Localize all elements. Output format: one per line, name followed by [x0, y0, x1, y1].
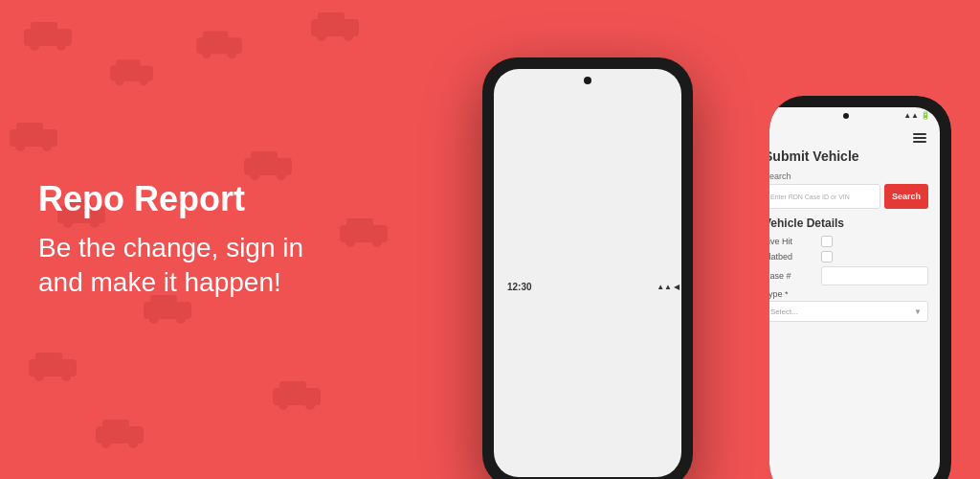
svg-point-14 — [202, 50, 212, 59]
svg-point-46 — [101, 439, 111, 448]
svg-rect-25 — [251, 151, 278, 163]
svg-point-30 — [149, 314, 159, 324]
svg-point-47 — [128, 439, 138, 448]
chevron-down-icon: ▼ — [914, 308, 922, 316]
hamburger-line-2 — [913, 137, 926, 139]
back-signal: ▲▲ — [903, 111, 919, 120]
type-placeholder: Select... — [770, 308, 798, 316]
svg-point-2 — [30, 41, 39, 51]
back-search-input[interactable]: Enter RDN Case ID or VIN — [764, 184, 880, 209]
back-search-button[interactable]: Search — [884, 184, 928, 209]
svg-point-7 — [140, 77, 148, 85]
flatbed-row: Flatbed — [764, 251, 928, 262]
svg-point-38 — [34, 372, 44, 381]
hamburger-menu[interactable] — [913, 133, 926, 143]
svg-rect-17 — [318, 12, 345, 24]
svg-rect-33 — [346, 218, 373, 230]
svg-rect-9 — [16, 123, 43, 134]
background: Repo Report Be the change, sign in and m… — [0, 0, 980, 479]
vehicle-details-title: Vehicle Details — [764, 217, 928, 230]
svg-rect-13 — [203, 32, 229, 42]
svg-point-19 — [344, 32, 353, 41]
svg-point-6 — [115, 77, 123, 85]
clock: 12:30 — [507, 282, 532, 292]
svg-rect-37 — [35, 353, 62, 364]
type-select[interactable]: Select... ▼ — [764, 301, 928, 322]
svg-rect-45 — [102, 420, 129, 431]
back-screen: ▲▲ 🔋 Submit Vehicle Search — [752, 107, 940, 479]
svg-point-10 — [15, 142, 25, 151]
submit-vehicle-title: Submit Vehicle — [764, 148, 928, 164]
left-text-section: Repo Report Be the change, sign in and m… — [38, 179, 325, 301]
type-row: Type * Select... ▼ — [764, 289, 928, 322]
type-label: Type * — [764, 289, 928, 299]
status-bar: 12:30 ▲▲ ◀ 🔋 — [494, 69, 681, 477]
svg-point-39 — [61, 372, 71, 381]
app-subtitle: Be the change, sign in and make it happe… — [38, 231, 325, 301]
live-hit-label: Live Hit — [764, 237, 821, 246]
status-icons: ▲▲ ◀ 🔋 — [657, 283, 681, 291]
flatbed-checkbox[interactable] — [821, 251, 833, 262]
app-title: Repo Report — [38, 179, 325, 219]
svg-point-18 — [317, 32, 326, 41]
svg-rect-5 — [116, 59, 140, 70]
back-camera — [843, 113, 849, 119]
phone-front: 12:30 ▲▲ ◀ 🔋 R Repo Report — [482, 57, 693, 479]
wifi-icon: ◀ — [674, 283, 679, 291]
svg-point-11 — [42, 142, 52, 151]
svg-point-35 — [372, 238, 382, 247]
hamburger-line-1 — [913, 133, 926, 135]
svg-rect-41 — [279, 381, 306, 393]
svg-point-34 — [345, 238, 355, 247]
signal-icon: ▲▲ — [657, 283, 672, 291]
case-label: Case # — [764, 271, 821, 281]
svg-rect-1 — [31, 22, 57, 34]
live-hit-checkbox[interactable] — [821, 236, 833, 247]
case-row: Case # — [764, 266, 928, 285]
svg-point-42 — [278, 400, 288, 410]
back-wifi: 🔋 — [921, 111, 930, 120]
back-top-bar — [764, 129, 928, 148]
svg-point-31 — [176, 314, 186, 324]
front-camera — [584, 77, 591, 84]
case-input[interactable] — [821, 266, 928, 285]
svg-point-3 — [56, 41, 66, 51]
back-search-row: Enter RDN Case ID or VIN Search — [764, 184, 928, 209]
phone-back: ▲▲ 🔋 Submit Vehicle Search — [741, 96, 951, 479]
back-search-label: Search — [764, 171, 928, 181]
phones-container: ▲▲ 🔋 Submit Vehicle Search — [406, 0, 980, 479]
live-hit-row: Live Hit — [764, 236, 928, 247]
flatbed-label: Flatbed — [764, 252, 821, 262]
back-content: Submit Vehicle Search Enter RDN Case ID … — [752, 122, 940, 330]
svg-point-43 — [305, 400, 315, 410]
front-screen: 12:30 ▲▲ ◀ 🔋 R Repo Report — [494, 69, 681, 477]
svg-point-15 — [228, 50, 237, 59]
hamburger-line-3 — [913, 141, 926, 143]
back-search-placeholder: Enter RDN Case ID or VIN — [770, 185, 874, 208]
